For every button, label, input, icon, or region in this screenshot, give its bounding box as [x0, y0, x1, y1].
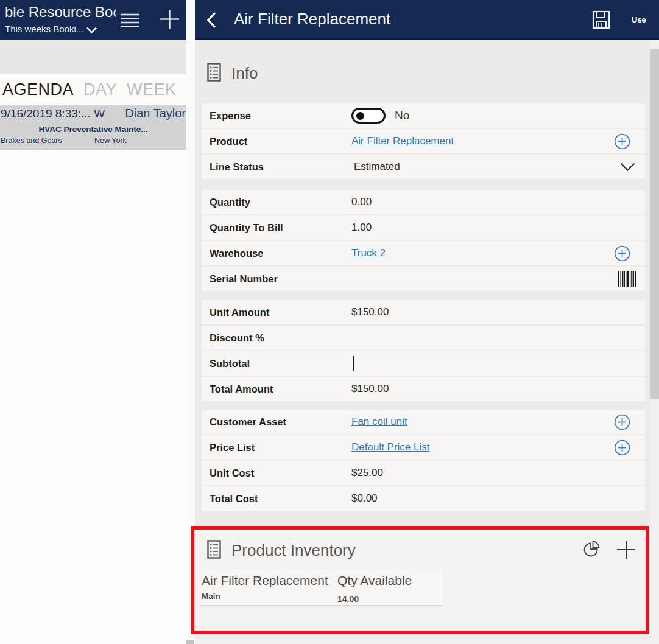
barcode-scan-icon[interactable]: [618, 271, 636, 290]
field-group: Unit Amount $150.00 Discount % Subtotal …: [202, 300, 645, 401]
scrollbar-thumb[interactable]: [650, 49, 659, 399]
field-label: Subtotal: [202, 358, 351, 369]
agenda-booking-item[interactable]: 9/16/2019 8:33:... W Dian Taylor HVAC Pr…: [0, 105, 186, 150]
field-label: Product: [202, 136, 351, 147]
page-title: Air Filter Replacement: [234, 10, 390, 29]
tab-week[interactable]: WEEK: [127, 80, 177, 99]
field-label: Warehouse: [202, 248, 351, 259]
field-row-expense: Expense No: [202, 103, 645, 128]
booking-panel-title: ble Resource Boo: [5, 4, 116, 21]
field-group: Expense No Product Air Filter Replacemen…: [202, 103, 645, 179]
field-row-warehouse: Warehouse Truck 2: [202, 241, 645, 265]
booking-view-selector[interactable]: This weeks Booki...: [5, 24, 83, 34]
field-label: Serial Number: [202, 273, 351, 285]
warehouse-link[interactable]: Truck 2: [351, 247, 386, 259]
toggle-state-text: No: [395, 109, 409, 122]
field-label: Quantity To Bill: [202, 222, 351, 234]
add-circle-icon[interactable]: [614, 414, 630, 433]
field-row-customer-asset: Customer Asset Fan coil unit: [202, 410, 645, 434]
field-label: Total Cost: [202, 493, 351, 505]
field-group: Quantity 0.00 Quantity To Bill 1.00 Ware…: [202, 190, 645, 291]
booking-resource-name: Dian Taylor: [125, 107, 186, 121]
booking-territory: New York: [94, 136, 127, 145]
back-icon[interactable]: [206, 12, 217, 31]
field-row-subtotal[interactable]: Subtotal: [202, 351, 645, 376]
inventory-section-title: Product Inventory: [231, 541, 356, 560]
field-row-discount[interactable]: Discount %: [202, 326, 645, 350]
price-list-link[interactable]: Default Price List: [351, 441, 430, 453]
unit-cost-value: $25.00: [351, 467, 383, 479]
field-row-total-cost[interactable]: Total Cost $0.00: [202, 486, 645, 511]
scrollbar-track[interactable]: [650, 40, 659, 644]
add-booking-icon[interactable]: [159, 9, 180, 32]
field-label: Customer Asset: [202, 416, 351, 428]
field-row-unit-amount[interactable]: Unit Amount $150.00: [202, 300, 645, 324]
next-section-sliver: [195, 639, 659, 644]
customer-asset-link[interactable]: Fan coil unit: [351, 416, 407, 428]
booking-calendar-panel: ble Resource Boo This weeks Booki... < 7…: [0, 0, 186, 644]
tab-agenda[interactable]: AGENDA: [2, 80, 74, 99]
pie-chart-icon[interactable]: [582, 541, 601, 561]
product-link[interactable]: Air Filter Replacement: [351, 135, 454, 147]
quantity-to-bill-value: 1.00: [351, 222, 372, 234]
field-row-product: Product Air Filter Replacement: [202, 129, 645, 153]
calendar-view-tabs: AGENDA DAY WEEK: [0, 74, 186, 105]
field-label: Unit Amount: [202, 307, 351, 318]
field-row-price-list: Price List Default Price List: [202, 435, 645, 460]
inventory-record-card[interactable]: Air Filter Replacement Qty Available Mai…: [199, 569, 443, 606]
field-label: Expense: [202, 110, 351, 122]
add-circle-icon[interactable]: [614, 439, 630, 458]
inventory-section-header: Product Inventory: [194, 538, 646, 562]
booking-account: Brakes and Gears: [1, 136, 62, 145]
line-status-value: Estimated: [354, 161, 400, 173]
field-row-quantity-to-bill[interactable]: Quantity To Bill 1.00: [202, 215, 645, 240]
tab-day[interactable]: DAY: [83, 80, 117, 99]
field-label: Price List: [202, 442, 351, 453]
qty-available-value: 14.00: [337, 594, 359, 604]
list-menu-icon[interactable]: [121, 13, 139, 30]
form-list-icon: [207, 540, 221, 561]
next-section-peek: [186, 640, 194, 644]
field-label: Discount %: [202, 332, 351, 344]
booking-work-order: HVAC Preventative Mainte...: [0, 125, 186, 134]
info-section-header: Info: [202, 62, 645, 85]
text-cursor: [353, 356, 354, 371]
total-cost-value: $0.00: [351, 492, 378, 505]
toggle-knob: [356, 112, 364, 120]
product-inventory-section-highlighted: Product Inventory Air Filter Replacement…: [191, 526, 649, 634]
field-row-serial-number[interactable]: Serial Number: [202, 267, 645, 291]
total-amount-value: $150.00: [351, 383, 389, 395]
field-row-total-amount[interactable]: Total Amount $150.00: [202, 377, 645, 401]
quantity-value: 0.00: [351, 196, 372, 208]
field-group: Customer Asset Fan coil unit Price List …: [202, 410, 645, 511]
date-navigation: < 7 September 2019 >: [0, 40, 186, 74]
add-circle-icon[interactable]: [614, 245, 630, 264]
save-icon[interactable]: [592, 10, 610, 32]
field-label: Line Status: [202, 161, 351, 173]
use-button[interactable]: Use: [632, 15, 646, 24]
field-label: Total Amount: [202, 383, 351, 395]
unit-amount-value: $150.00: [351, 306, 389, 318]
form-list-icon: [207, 63, 221, 84]
field-label: Unit Cost: [202, 467, 351, 479]
chevron-down-icon[interactable]: [86, 26, 97, 37]
inventory-product-name: Air Filter Replacement: [202, 573, 328, 588]
qty-available-header: Qty Available: [337, 573, 412, 588]
chevron-down-icon[interactable]: [620, 163, 635, 174]
inventory-warehouse: Main: [202, 592, 220, 601]
field-row-quantity[interactable]: Quantity 0.00: [202, 190, 645, 214]
field-row-line-status[interactable]: Line Status Estimated: [202, 155, 645, 179]
booking-start-time: 9/16/2019 8:33:... W: [1, 107, 105, 121]
info-section-title: Info: [231, 64, 258, 83]
expense-toggle[interactable]: [351, 108, 386, 124]
field-row-unit-cost[interactable]: Unit Cost $25.00: [202, 461, 645, 485]
add-inventory-icon[interactable]: [616, 540, 636, 562]
add-circle-icon[interactable]: [614, 133, 630, 152]
detail-header: Air Filter Replacement Use: [195, 0, 659, 40]
field-label: Quantity: [202, 197, 351, 208]
booking-panel-header: ble Resource Boo This weeks Booki...: [0, 0, 186, 40]
